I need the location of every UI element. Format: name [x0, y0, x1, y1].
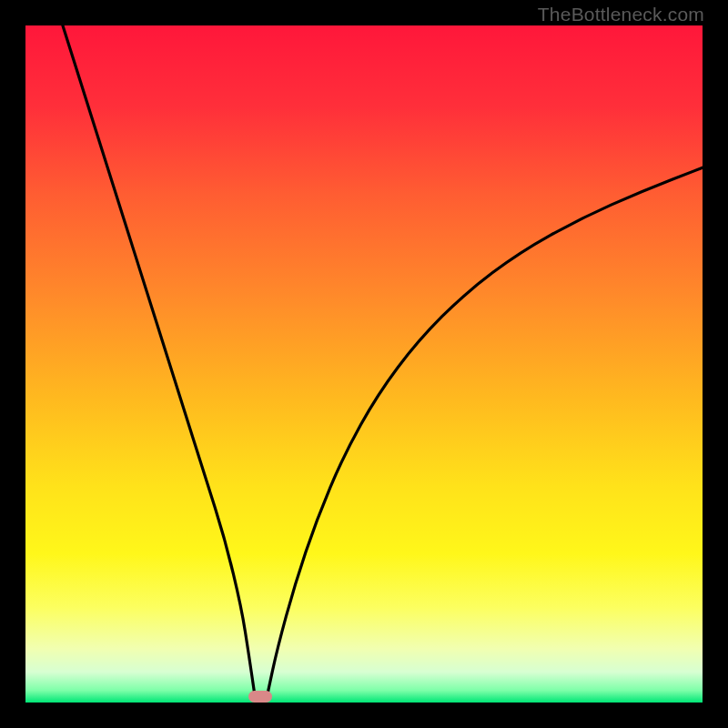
- watermark-text: TheBottleneck.com: [538, 4, 704, 25]
- minimum-marker: [248, 691, 272, 703]
- plot-area: [25, 25, 703, 703]
- chart-frame: TheBottleneck.com: [0, 0, 728, 728]
- bottleneck-curve: [25, 25, 703, 703]
